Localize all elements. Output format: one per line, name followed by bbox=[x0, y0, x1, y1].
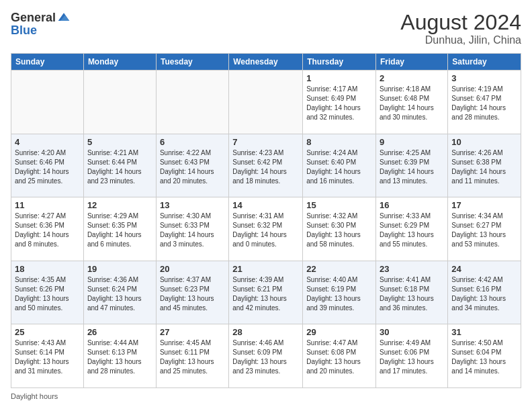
calendar-header-thursday: Thursday bbox=[303, 54, 376, 71]
calendar-header-monday: Monday bbox=[83, 54, 156, 71]
day-number: 7 bbox=[232, 137, 299, 147]
calendar-cell: 16Sunrise: 4:33 AMSunset: 6:29 PMDayligh… bbox=[376, 197, 448, 261]
calendar-cell: 18Sunrise: 4:35 AMSunset: 6:26 PMDayligh… bbox=[11, 261, 84, 324]
logo-general-text: General bbox=[11, 11, 56, 24]
logo: General Blue bbox=[11, 11, 71, 36]
calendar-cell: 1Sunrise: 4:17 AMSunset: 6:49 PMDaylight… bbox=[303, 71, 376, 134]
calendar-header-wednesday: Wednesday bbox=[229, 54, 303, 71]
calendar-cell: 20Sunrise: 4:37 AMSunset: 6:23 PMDayligh… bbox=[156, 261, 228, 324]
day-number: 23 bbox=[380, 264, 444, 274]
day-detail: Sunrise: 4:47 AMSunset: 6:08 PMDaylight:… bbox=[306, 338, 372, 376]
day-number: 4 bbox=[15, 137, 80, 147]
calendar-cell: 26Sunrise: 4:44 AMSunset: 6:13 PMDayligh… bbox=[83, 324, 156, 388]
day-detail: Sunrise: 4:40 AMSunset: 6:19 PMDaylight:… bbox=[306, 275, 372, 313]
day-number: 31 bbox=[451, 327, 517, 337]
location-title: Dunhua, Jilin, China bbox=[400, 34, 521, 46]
calendar-header-sunday: Sunday bbox=[11, 54, 84, 71]
calendar-cell bbox=[156, 71, 228, 134]
calendar-cell: 22Sunrise: 4:40 AMSunset: 6:19 PMDayligh… bbox=[303, 261, 376, 324]
day-number: 29 bbox=[306, 327, 372, 337]
calendar-cell bbox=[11, 71, 84, 134]
day-detail: Sunrise: 4:19 AMSunset: 6:47 PMDaylight:… bbox=[451, 85, 517, 122]
day-detail: Sunrise: 4:30 AMSunset: 6:33 PMDaylight:… bbox=[160, 212, 225, 249]
calendar-cell: 23Sunrise: 4:41 AMSunset: 6:18 PMDayligh… bbox=[376, 261, 448, 324]
day-number: 1 bbox=[306, 73, 372, 83]
day-detail: Sunrise: 4:21 AMSunset: 6:44 PMDaylight:… bbox=[87, 148, 152, 186]
day-number: 9 bbox=[380, 137, 444, 147]
day-detail: Sunrise: 4:17 AMSunset: 6:49 PMDaylight:… bbox=[306, 85, 372, 122]
day-number: 28 bbox=[232, 327, 299, 337]
day-number: 26 bbox=[87, 327, 152, 337]
day-detail: Sunrise: 4:26 AMSunset: 6:38 PMDaylight:… bbox=[451, 148, 517, 186]
day-detail: Sunrise: 4:45 AMSunset: 6:11 PMDaylight:… bbox=[160, 338, 225, 376]
logo-blue-text: Blue bbox=[11, 24, 71, 36]
month-title: August 2024 bbox=[400, 11, 521, 34]
calendar-cell: 30Sunrise: 4:49 AMSunset: 6:06 PMDayligh… bbox=[376, 324, 448, 388]
day-detail: Sunrise: 4:43 AMSunset: 6:14 PMDaylight:… bbox=[15, 338, 80, 376]
day-number: 13 bbox=[160, 200, 225, 210]
day-detail: Sunrise: 4:34 AMSunset: 6:27 PMDaylight:… bbox=[451, 212, 517, 249]
calendar-header-friday: Friday bbox=[376, 54, 448, 71]
calendar-cell: 3Sunrise: 4:19 AMSunset: 6:47 PMDaylight… bbox=[448, 71, 521, 134]
day-detail: Sunrise: 4:44 AMSunset: 6:13 PMDaylight:… bbox=[87, 338, 152, 376]
day-detail: Sunrise: 4:50 AMSunset: 6:04 PMDaylight:… bbox=[451, 338, 517, 376]
header: General Blue August 2024 Dunhua, Jilin, … bbox=[11, 11, 521, 46]
calendar-header-saturday: Saturday bbox=[448, 54, 521, 71]
day-detail: Sunrise: 4:41 AMSunset: 6:18 PMDaylight:… bbox=[380, 275, 444, 313]
day-number: 2 bbox=[380, 73, 444, 83]
calendar-cell: 31Sunrise: 4:50 AMSunset: 6:04 PMDayligh… bbox=[448, 324, 521, 388]
calendar-week-row: 11Sunrise: 4:27 AMSunset: 6:36 PMDayligh… bbox=[11, 197, 521, 261]
day-detail: Sunrise: 4:22 AMSunset: 6:43 PMDaylight:… bbox=[160, 148, 225, 186]
calendar-table: SundayMondayTuesdayWednesdayThursdayFrid… bbox=[11, 53, 521, 388]
day-detail: Sunrise: 4:33 AMSunset: 6:29 PMDaylight:… bbox=[380, 212, 444, 249]
calendar-cell: 19Sunrise: 4:36 AMSunset: 6:24 PMDayligh… bbox=[83, 261, 156, 324]
day-number: 11 bbox=[15, 200, 80, 210]
day-number: 6 bbox=[160, 137, 225, 147]
daylight-label: Daylight hours bbox=[11, 392, 58, 400]
calendar-cell: 15Sunrise: 4:32 AMSunset: 6:30 PMDayligh… bbox=[303, 197, 376, 261]
calendar-week-row: 18Sunrise: 4:35 AMSunset: 6:26 PMDayligh… bbox=[11, 261, 521, 324]
day-number: 20 bbox=[160, 264, 225, 274]
calendar-cell: 13Sunrise: 4:30 AMSunset: 6:33 PMDayligh… bbox=[156, 197, 228, 261]
day-number: 25 bbox=[15, 327, 80, 337]
calendar-cell: 14Sunrise: 4:31 AMSunset: 6:32 PMDayligh… bbox=[229, 197, 303, 261]
day-number: 8 bbox=[306, 137, 372, 147]
day-number: 3 bbox=[451, 73, 517, 83]
calendar-cell: 9Sunrise: 4:25 AMSunset: 6:39 PMDaylight… bbox=[376, 134, 448, 197]
calendar-cell: 21Sunrise: 4:39 AMSunset: 6:21 PMDayligh… bbox=[229, 261, 303, 324]
calendar-week-row: 25Sunrise: 4:43 AMSunset: 6:14 PMDayligh… bbox=[11, 324, 521, 388]
day-number: 30 bbox=[380, 327, 444, 337]
calendar-cell: 5Sunrise: 4:21 AMSunset: 6:44 PMDaylight… bbox=[83, 134, 156, 197]
day-number: 10 bbox=[451, 137, 517, 147]
day-number: 5 bbox=[87, 137, 152, 147]
calendar-week-row: 4Sunrise: 4:20 AMSunset: 6:46 PMDaylight… bbox=[11, 134, 521, 197]
day-detail: Sunrise: 4:25 AMSunset: 6:39 PMDaylight:… bbox=[380, 148, 444, 186]
day-detail: Sunrise: 4:29 AMSunset: 6:35 PMDaylight:… bbox=[87, 212, 152, 249]
day-detail: Sunrise: 4:46 AMSunset: 6:09 PMDaylight:… bbox=[232, 338, 299, 376]
day-number: 16 bbox=[380, 200, 444, 210]
calendar-cell: 28Sunrise: 4:46 AMSunset: 6:09 PMDayligh… bbox=[229, 324, 303, 388]
calendar-cell bbox=[83, 71, 156, 134]
day-number: 14 bbox=[232, 200, 299, 210]
day-number: 18 bbox=[15, 264, 80, 274]
day-detail: Sunrise: 4:31 AMSunset: 6:32 PMDaylight:… bbox=[232, 212, 299, 249]
calendar-cell: 25Sunrise: 4:43 AMSunset: 6:14 PMDayligh… bbox=[11, 324, 84, 388]
calendar-cell: 12Sunrise: 4:29 AMSunset: 6:35 PMDayligh… bbox=[83, 197, 156, 261]
logo-icon bbox=[57, 11, 71, 24]
calendar-cell: 8Sunrise: 4:24 AMSunset: 6:40 PMDaylight… bbox=[303, 134, 376, 197]
calendar-cell: 27Sunrise: 4:45 AMSunset: 6:11 PMDayligh… bbox=[156, 324, 228, 388]
calendar-cell: 17Sunrise: 4:34 AMSunset: 6:27 PMDayligh… bbox=[448, 197, 521, 261]
day-detail: Sunrise: 4:49 AMSunset: 6:06 PMDaylight:… bbox=[380, 338, 444, 376]
day-detail: Sunrise: 4:24 AMSunset: 6:40 PMDaylight:… bbox=[306, 148, 372, 186]
day-detail: Sunrise: 4:32 AMSunset: 6:30 PMDaylight:… bbox=[306, 212, 372, 249]
day-detail: Sunrise: 4:20 AMSunset: 6:46 PMDaylight:… bbox=[15, 148, 80, 186]
day-number: 12 bbox=[87, 200, 152, 210]
day-number: 21 bbox=[232, 264, 299, 274]
calendar-cell: 29Sunrise: 4:47 AMSunset: 6:08 PMDayligh… bbox=[303, 324, 376, 388]
calendar-cell: 6Sunrise: 4:22 AMSunset: 6:43 PMDaylight… bbox=[156, 134, 228, 197]
day-detail: Sunrise: 4:36 AMSunset: 6:24 PMDaylight:… bbox=[87, 275, 152, 313]
calendar-header-row: SundayMondayTuesdayWednesdayThursdayFrid… bbox=[11, 54, 521, 71]
day-detail: Sunrise: 4:27 AMSunset: 6:36 PMDaylight:… bbox=[15, 212, 80, 249]
day-number: 24 bbox=[451, 264, 517, 274]
calendar-cell: 24Sunrise: 4:42 AMSunset: 6:16 PMDayligh… bbox=[448, 261, 521, 324]
